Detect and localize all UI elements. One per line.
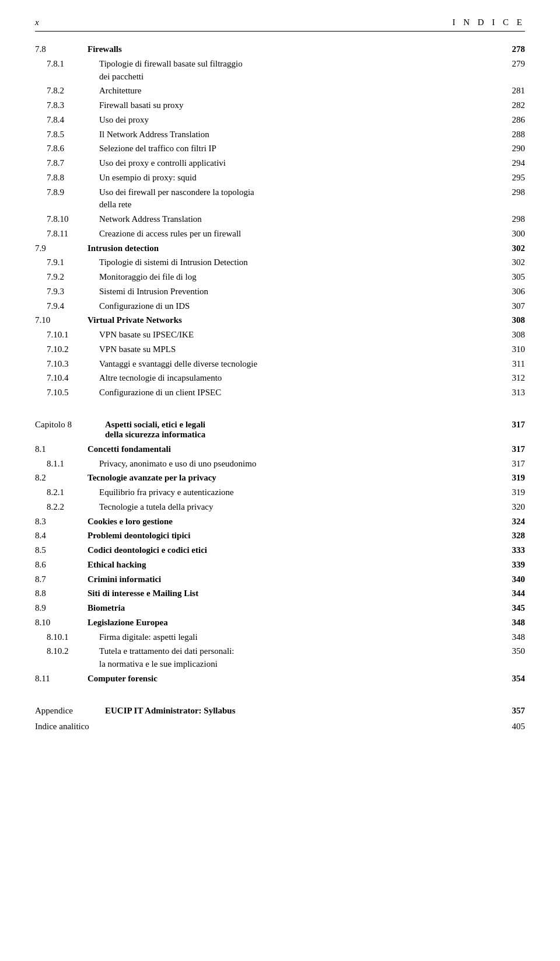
- toc-label: Configurazione di un IDS: [99, 300, 496, 313]
- toc-num: 7.10.4: [35, 372, 99, 385]
- toc-page: 317: [496, 443, 525, 456]
- toc-page: 290: [496, 142, 525, 155]
- toc-entry-8-3: 8.3 Cookies e loro gestione 324: [35, 516, 525, 528]
- toc-num: 8.8: [35, 587, 88, 600]
- toc-label: Privacy, anonimato e uso di uno pseudoni…: [99, 458, 496, 471]
- toc-entry-7-10-2: 7.10.2 VPN basate su MPLS 310: [35, 343, 525, 356]
- toc-page: 295: [496, 172, 525, 184]
- toc-num: 7.8: [35, 43, 88, 56]
- toc-label: Monitoraggio dei file di log: [99, 271, 496, 284]
- toc-page: 282: [496, 99, 525, 112]
- toc-label: Altre tecnologie di incapsulamento: [99, 372, 496, 385]
- toc-num: 7.8.8: [35, 172, 99, 184]
- toc-num: 8.7: [35, 573, 88, 586]
- toc-page: 312: [496, 372, 525, 385]
- toc-label: Computer forensic: [88, 673, 496, 685]
- indice-analitico-label: Indice analitico: [35, 722, 105, 732]
- toc-label: Uso dei firewall per nascondere la topol…: [99, 186, 496, 212]
- toc-num: 7.9: [35, 242, 88, 255]
- toc-page: 344: [496, 587, 525, 600]
- toc-label: VPN basate su MPLS: [99, 343, 496, 356]
- toc-entry-7-9-4: 7.9.4 Configurazione di un IDS 307: [35, 300, 525, 313]
- toc-entry-8-2-2: 8.2.2 Tecnologie a tutela della privacy …: [35, 501, 525, 514]
- toc-label: Uso dei proxy: [99, 114, 496, 127]
- toc-page: 328: [496, 530, 525, 542]
- toc-page: 298: [496, 186, 525, 212]
- toc-num: 8.9: [35, 602, 88, 615]
- toc-num: 7.8.7: [35, 157, 99, 170]
- toc-label: Tecnologie a tutela della privacy: [99, 501, 496, 514]
- toc-num: 8.1: [35, 443, 88, 456]
- toc-entry-8-10-1: 8.10.1 Firma digitale: aspetti legali 34…: [35, 631, 525, 644]
- toc-label: Cookies e loro gestione: [88, 516, 496, 528]
- toc-num: 7.10.1: [35, 329, 99, 342]
- toc-page: 279: [496, 58, 525, 83]
- toc-page: 348: [496, 631, 525, 644]
- toc-page: 281: [496, 85, 525, 98]
- toc-page: 308: [496, 314, 525, 327]
- toc-page: 340: [496, 573, 525, 586]
- toc-num: 8.5: [35, 544, 88, 557]
- indice-analitico-page: 405: [496, 722, 525, 732]
- toc-label: Concetti fondamentali: [88, 443, 496, 456]
- toc-page: 319: [496, 472, 525, 485]
- toc-entry-7-8-9: 7.8.9 Uso dei firewall per nascondere la…: [35, 186, 525, 212]
- toc-num: 8.10.2: [35, 645, 99, 671]
- toc-page: 350: [496, 645, 525, 671]
- toc-num: 8.4: [35, 530, 88, 542]
- toc-label: Un esempio di proxy: squid: [99, 172, 496, 184]
- toc-num: 7.8.11: [35, 228, 99, 241]
- toc-page: 308: [496, 329, 525, 342]
- toc-entry-8-10-2: 8.10.2 Tutela e trattamento dei dati per…: [35, 645, 525, 671]
- toc-page: 317: [496, 458, 525, 471]
- toc-entry-8-9: 8.9 Biometria 345: [35, 602, 525, 615]
- chapter-8-label: Capitolo 8: [35, 420, 105, 430]
- toc-page: 298: [496, 213, 525, 226]
- toc-num: 8.10: [35, 617, 88, 629]
- toc-entry-7-8: 7.8 Firewalls 278: [35, 43, 525, 56]
- toc-label: Configurazione di un client IPSEC: [99, 387, 496, 399]
- toc-entry-8-2-1: 8.2.1 Equilibrio fra privacy e autentica…: [35, 486, 525, 499]
- toc-label: Intrusion detection: [88, 242, 496, 255]
- toc-label: Firewalls: [88, 43, 496, 56]
- toc-entry-7-8-1: 7.8.1 Tipologie di firewall basate sul f…: [35, 58, 525, 83]
- toc-num: 7.8.4: [35, 114, 99, 127]
- toc-page: 302: [496, 242, 525, 255]
- toc-page: 311: [496, 358, 525, 371]
- toc-entry-7-8-7: 7.8.7 Uso dei proxy e controlli applicat…: [35, 157, 525, 170]
- toc-label: Tipologie di sistemi di Intrusion Detect…: [99, 256, 496, 269]
- toc-num: 7.9.1: [35, 256, 99, 269]
- toc-entry-7-10: 7.10 Virtual Private Networks 308: [35, 314, 525, 327]
- indice-analitico-block: Indice analitico 405: [35, 722, 525, 732]
- toc-label: Tecnologie avanzate per la privacy: [88, 472, 496, 485]
- toc-entry-8-5: 8.5 Codici deontologici e codici etici 3…: [35, 544, 525, 557]
- toc-entry-8-10: 8.10 Legislazione Europea 348: [35, 617, 525, 629]
- toc-entry-8-1-1: 8.1.1 Privacy, anonimato e uso di uno ps…: [35, 458, 525, 471]
- toc-entry-7-9-1: 7.9.1 Tipologie di sistemi di Intrusion …: [35, 256, 525, 269]
- toc-label: Biometria: [88, 602, 496, 615]
- appendice-title: EUCIP IT Administrator: Syllabus: [105, 706, 496, 716]
- toc-entry-7-8-4: 7.8.4 Uso dei proxy 286: [35, 114, 525, 127]
- toc-num: 7.9.3: [35, 285, 99, 298]
- toc-num: 7.8.9: [35, 186, 99, 212]
- toc-page: 354: [496, 673, 525, 685]
- toc-entry-7-10-5: 7.10.5 Configurazione di un client IPSEC…: [35, 387, 525, 399]
- toc-label: Tutela e trattamento dei dati personali:…: [99, 645, 496, 671]
- toc-num: 7.8.5: [35, 128, 99, 141]
- chapter-8-title-block: Aspetti sociali, etici e legali della si…: [105, 420, 496, 440]
- toc-num: 7.9.2: [35, 271, 99, 284]
- toc-entry-8-1: 8.1 Concetti fondamentali 317: [35, 443, 525, 456]
- toc-page: 339: [496, 559, 525, 572]
- toc-entry-8-6: 8.6 Ethical hacking 339: [35, 559, 525, 572]
- toc-page: 288: [496, 128, 525, 141]
- toc-entry-7-9: 7.9 Intrusion detection 302: [35, 242, 525, 255]
- toc-num: 7.8.3: [35, 99, 99, 112]
- toc-num: 7.8.1: [35, 58, 99, 83]
- toc-label: Codici deontologici e codici etici: [88, 544, 496, 557]
- toc-page: 320: [496, 501, 525, 514]
- toc-num: 7.10.5: [35, 387, 99, 399]
- toc-entry-7-8-6: 7.8.6 Selezione del traffico con filtri …: [35, 142, 525, 155]
- chapter-8-block: Capitolo 8 Aspetti sociali, etici e lega…: [35, 420, 525, 440]
- chapter-8-page: 317: [496, 420, 525, 430]
- page-header: x I N D I C E: [35, 18, 525, 32]
